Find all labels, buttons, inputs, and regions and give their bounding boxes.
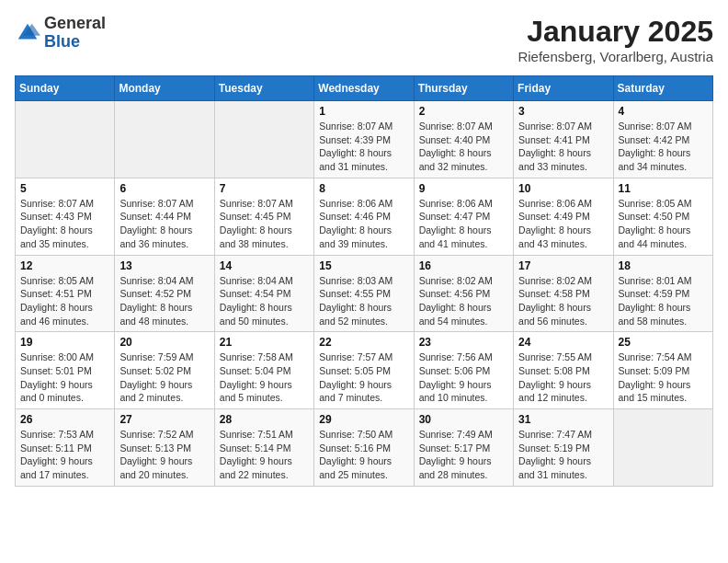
cell-info: Sunrise: 7:58 AMSunset: 5:04 PMDaylight:… <box>220 350 309 405</box>
cell-day-number: 4 <box>619 105 708 118</box>
cell-day-number: 31 <box>518 413 608 426</box>
calendar-cell: 9Sunrise: 8:06 AMSunset: 4:47 PMDaylight… <box>414 178 513 255</box>
cell-day-number: 22 <box>319 336 408 349</box>
cell-info: Sunrise: 7:54 AMSunset: 5:09 PMDaylight:… <box>619 350 708 405</box>
cell-day-number: 21 <box>220 336 309 349</box>
cell-info: Sunrise: 8:04 AMSunset: 4:54 PMDaylight:… <box>220 274 309 328</box>
weekday-header-friday: Friday <box>514 76 613 101</box>
calendar-title: January 2025 <box>518 15 713 49</box>
calendar-cell: 15Sunrise: 8:03 AMSunset: 4:55 PMDayligh… <box>314 255 414 332</box>
calendar-cell: 29Sunrise: 7:50 AMSunset: 5:16 PMDayligh… <box>314 409 414 487</box>
weekday-header-sunday: Sunday <box>16 76 115 101</box>
cell-info: Sunrise: 7:47 AMSunset: 5:19 PMDaylight:… <box>518 428 608 482</box>
cell-info: Sunrise: 8:07 AMSunset: 4:45 PMDaylight:… <box>220 197 309 251</box>
calendar-cell: 31Sunrise: 7:47 AMSunset: 5:19 PMDayligh… <box>514 409 613 487</box>
weekday-header-monday: Monday <box>115 76 214 101</box>
cell-info: Sunrise: 8:02 AMSunset: 4:56 PMDaylight:… <box>419 274 508 328</box>
cell-day-number: 17 <box>518 259 608 272</box>
cell-day-number: 9 <box>419 182 508 195</box>
calendar-cell: 17Sunrise: 8:02 AMSunset: 4:58 PMDayligh… <box>514 255 613 332</box>
cell-day-number: 14 <box>220 259 309 272</box>
calendar-cell: 23Sunrise: 7:56 AMSunset: 5:06 PMDayligh… <box>414 332 513 409</box>
cell-info: Sunrise: 7:56 AMSunset: 5:06 PMDaylight:… <box>419 350 508 405</box>
cell-day-number: 8 <box>319 182 408 195</box>
cell-day-number: 27 <box>119 413 209 426</box>
cell-info: Sunrise: 8:07 AMSunset: 4:39 PMDaylight:… <box>319 120 408 174</box>
cell-info: Sunrise: 8:02 AMSunset: 4:58 PMDaylight:… <box>518 274 608 328</box>
calendar-cell: 10Sunrise: 8:06 AMSunset: 4:49 PMDayligh… <box>514 178 613 255</box>
cell-day-number: 15 <box>319 259 408 272</box>
cell-info: Sunrise: 8:05 AMSunset: 4:50 PMDaylight:… <box>619 197 708 251</box>
calendar-cell: 21Sunrise: 7:58 AMSunset: 5:04 PMDayligh… <box>214 332 313 409</box>
cell-info: Sunrise: 8:06 AMSunset: 4:49 PMDaylight:… <box>518 197 608 251</box>
calendar-cell: 4Sunrise: 8:07 AMSunset: 4:42 PMDaylight… <box>613 101 712 178</box>
week-row-5: 26Sunrise: 7:53 AMSunset: 5:11 PMDayligh… <box>16 409 713 487</box>
cell-day-number: 7 <box>220 182 309 195</box>
cell-day-number: 25 <box>619 336 708 349</box>
calendar-cell: 2Sunrise: 8:07 AMSunset: 4:40 PMDaylight… <box>414 101 513 178</box>
cell-day-number: 6 <box>119 182 209 195</box>
cell-info: Sunrise: 8:07 AMSunset: 4:41 PMDaylight:… <box>518 120 608 174</box>
calendar-subtitle: Riefensberg, Vorarlberg, Austria <box>518 49 713 64</box>
weekday-header-wednesday: Wednesday <box>314 76 414 101</box>
cell-info: Sunrise: 7:53 AMSunset: 5:11 PMDaylight:… <box>20 428 109 482</box>
week-row-4: 19Sunrise: 8:00 AMSunset: 5:01 PMDayligh… <box>16 332 713 409</box>
logo-blue-text: Blue <box>44 32 80 51</box>
weekday-header-saturday: Saturday <box>613 76 712 101</box>
cell-day-number: 26 <box>20 413 109 426</box>
calendar-cell <box>115 101 214 178</box>
cell-info: Sunrise: 7:51 AMSunset: 5:14 PMDaylight:… <box>220 428 309 482</box>
cell-day-number: 18 <box>619 259 708 272</box>
calendar-cell: 13Sunrise: 8:04 AMSunset: 4:52 PMDayligh… <box>115 255 214 332</box>
calendar-cell: 26Sunrise: 7:53 AMSunset: 5:11 PMDayligh… <box>16 409 115 487</box>
week-row-3: 12Sunrise: 8:05 AMSunset: 4:51 PMDayligh… <box>16 255 713 332</box>
calendar-cell: 14Sunrise: 8:04 AMSunset: 4:54 PMDayligh… <box>214 255 313 332</box>
cell-day-number: 19 <box>20 336 109 349</box>
title-block: January 2025 Riefensberg, Vorarlberg, Au… <box>518 15 713 64</box>
calendar-header: SundayMondayTuesdayWednesdayThursdayFrid… <box>16 76 713 101</box>
calendar-cell: 30Sunrise: 7:49 AMSunset: 5:17 PMDayligh… <box>414 409 513 487</box>
calendar-cell <box>16 101 115 178</box>
cell-info: Sunrise: 8:01 AMSunset: 4:59 PMDaylight:… <box>619 274 708 328</box>
weekday-header-thursday: Thursday <box>414 76 513 101</box>
calendar-body: 1Sunrise: 8:07 AMSunset: 4:39 PMDaylight… <box>16 101 713 487</box>
calendar-cell: 1Sunrise: 8:07 AMSunset: 4:39 PMDaylight… <box>314 101 414 178</box>
calendar-cell: 22Sunrise: 7:57 AMSunset: 5:05 PMDayligh… <box>314 332 414 409</box>
calendar-cell: 25Sunrise: 7:54 AMSunset: 5:09 PMDayligh… <box>613 332 712 409</box>
logo: General Blue <box>15 15 106 52</box>
cell-info: Sunrise: 7:57 AMSunset: 5:05 PMDaylight:… <box>319 350 408 405</box>
calendar-cell: 8Sunrise: 8:06 AMSunset: 4:46 PMDaylight… <box>314 178 414 255</box>
cell-info: Sunrise: 8:06 AMSunset: 4:46 PMDaylight:… <box>319 197 408 251</box>
cell-day-number: 24 <box>518 336 608 349</box>
cell-info: Sunrise: 8:07 AMSunset: 4:44 PMDaylight:… <box>119 197 209 251</box>
calendar-cell: 18Sunrise: 8:01 AMSunset: 4:59 PMDayligh… <box>613 255 712 332</box>
cell-info: Sunrise: 8:04 AMSunset: 4:52 PMDaylight:… <box>119 274 209 328</box>
cell-info: Sunrise: 8:03 AMSunset: 4:55 PMDaylight:… <box>319 274 408 328</box>
cell-info: Sunrise: 8:05 AMSunset: 4:51 PMDaylight:… <box>20 274 109 328</box>
cell-day-number: 29 <box>319 413 408 426</box>
calendar-cell: 3Sunrise: 8:07 AMSunset: 4:41 PMDaylight… <box>514 101 613 178</box>
calendar-cell: 20Sunrise: 7:59 AMSunset: 5:02 PMDayligh… <box>115 332 214 409</box>
cell-day-number: 16 <box>419 259 508 272</box>
cell-day-number: 11 <box>619 182 708 195</box>
calendar-cell <box>613 409 712 487</box>
cell-day-number: 2 <box>419 105 508 118</box>
calendar-cell: 28Sunrise: 7:51 AMSunset: 5:14 PMDayligh… <box>214 409 313 487</box>
cell-day-number: 10 <box>518 182 608 195</box>
calendar-cell <box>214 101 313 178</box>
cell-day-number: 30 <box>419 413 508 426</box>
calendar-cell: 12Sunrise: 8:05 AMSunset: 4:51 PMDayligh… <box>16 255 115 332</box>
logo-general-text: General <box>44 14 106 32</box>
week-row-1: 1Sunrise: 8:07 AMSunset: 4:39 PMDaylight… <box>16 101 713 178</box>
cell-day-number: 13 <box>119 259 209 272</box>
cell-info: Sunrise: 8:07 AMSunset: 4:42 PMDaylight:… <box>619 120 708 174</box>
cell-info: Sunrise: 8:06 AMSunset: 4:47 PMDaylight:… <box>419 197 508 251</box>
cell-day-number: 20 <box>119 336 209 349</box>
week-row-2: 5Sunrise: 8:07 AMSunset: 4:43 PMDaylight… <box>16 178 713 255</box>
weekday-header-tuesday: Tuesday <box>214 76 313 101</box>
cell-day-number: 23 <box>419 336 508 349</box>
cell-info: Sunrise: 7:55 AMSunset: 5:08 PMDaylight:… <box>518 350 608 405</box>
calendar-cell: 7Sunrise: 8:07 AMSunset: 4:45 PMDaylight… <box>214 178 313 255</box>
cell-info: Sunrise: 8:07 AMSunset: 4:40 PMDaylight:… <box>419 120 508 174</box>
weekday-header-row: SundayMondayTuesdayWednesdayThursdayFrid… <box>16 76 713 101</box>
